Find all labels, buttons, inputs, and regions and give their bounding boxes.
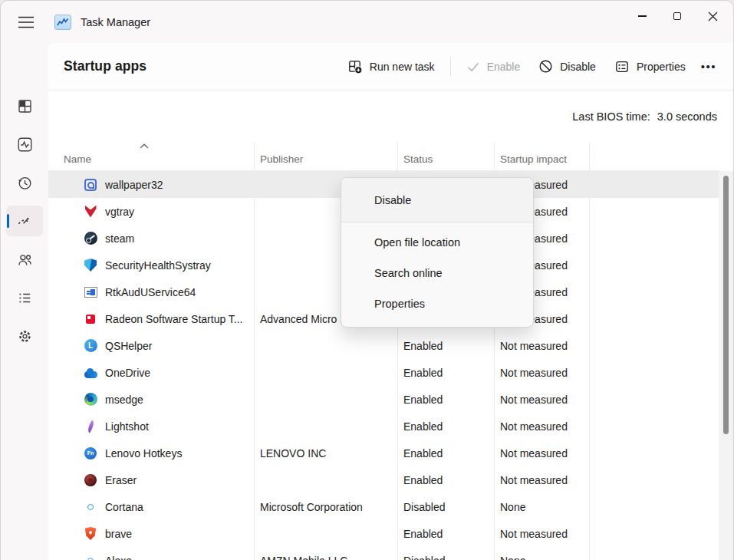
- hamburger-menu-button[interactable]: [15, 11, 38, 34]
- publisher-cell: AMZN Mobile LLC: [254, 555, 397, 560]
- enable-check-icon: [466, 60, 480, 74]
- vertical-scrollbar[interactable]: [719, 171, 733, 560]
- onedrive-icon: [84, 371, 97, 378]
- app-name: Alexa: [105, 555, 132, 560]
- fn-icon: Fn: [84, 447, 97, 460]
- status-cell: Disabled: [397, 501, 494, 513]
- details-icon: [16, 289, 34, 307]
- sidebar: [1, 43, 48, 560]
- menu-item-disable[interactable]: Disable: [341, 178, 533, 222]
- app-name: QSHelper: [105, 340, 152, 352]
- table-row[interactable]: CortanaMicrosoft CorporationDisabledNone: [48, 493, 720, 520]
- table-row[interactable]: msedgeEnabledNot measured: [48, 386, 720, 413]
- app-name-cell: RtkAudUService64: [48, 285, 254, 299]
- processes-icon: [16, 97, 34, 115]
- main-content: Startup apps Run new task Enable: [48, 43, 733, 560]
- sidebar-item-services[interactable]: [6, 321, 43, 351]
- publisher-cell: Microsoft Corporation: [254, 501, 397, 513]
- menu-item-open-file-location[interactable]: Open file location: [341, 227, 533, 258]
- app-name-cell: steam: [48, 232, 254, 245]
- run-new-task-button[interactable]: Run new task: [338, 54, 444, 80]
- page-title: Startup apps: [64, 58, 146, 74]
- column-header-publisher[interactable]: Publisher: [254, 143, 397, 170]
- app-history-icon: [16, 174, 34, 192]
- hamburger-icon: [18, 16, 35, 28]
- impact-cell: Not measured: [494, 340, 589, 352]
- publisher-cell: LENOVO INC: [254, 447, 397, 460]
- scrollbar-thumb[interactable]: [723, 176, 729, 434]
- sidebar-item-performance[interactable]: [6, 129, 43, 160]
- table-row[interactable]: OneDriveEnabledNot measured: [48, 359, 720, 386]
- status-cell: Enabled: [397, 367, 494, 379]
- task-manager-window: Task Manager: [0, 0, 734, 560]
- more-options-button[interactable]: •••: [695, 60, 722, 73]
- impact-cell: Not measured: [494, 420, 589, 433]
- table-header: Name Publisher Status Startup impact: [48, 143, 720, 171]
- table-row[interactable]: braveEnabledNot measured: [48, 520, 720, 547]
- maximize-button[interactable]: [660, 2, 695, 30]
- context-menu: DisableOpen file locationSearch onlinePr…: [341, 177, 534, 328]
- toolbar: Run new task Enable Disable: [338, 54, 733, 80]
- window-title: Task Manager: [81, 16, 150, 28]
- sidebar-item-users[interactable]: [6, 244, 43, 275]
- menu-item-properties[interactable]: Properties: [341, 288, 533, 319]
- startup-apps-icon: [15, 212, 34, 230]
- app-name-cell: Cortana: [48, 500, 254, 514]
- app-name: Radeon Software Startup T...: [105, 313, 243, 325]
- table-row[interactable]: EraserEnabledNot measured: [48, 466, 720, 493]
- status-cell: Enabled: [397, 340, 494, 352]
- sidebar-item-processes[interactable]: [6, 91, 43, 121]
- task-manager-app-icon: [54, 15, 71, 30]
- table-row[interactable]: AlexaAMZN Mobile LLCDisabledNone: [48, 547, 720, 560]
- app-name-cell: brave: [48, 527, 254, 541]
- properties-button[interactable]: Properties: [605, 54, 695, 80]
- ring-icon: [87, 558, 94, 560]
- column-divider: [589, 143, 590, 560]
- enable-button[interactable]: Enable: [457, 54, 530, 79]
- app-name: Lenovo Hotkeys: [105, 447, 182, 460]
- sidebar-item-details[interactable]: [6, 282, 43, 313]
- impact-cell: None: [494, 501, 589, 513]
- steam-icon: [84, 232, 97, 245]
- app-name-cell: LQSHelper: [48, 339, 254, 353]
- last-bios-time: Last BIOS time:3.0 seconds: [572, 110, 717, 123]
- app-name: SecurityHealthSystray: [105, 259, 211, 272]
- status-cell: Enabled: [397, 447, 494, 460]
- app-name-cell: Lightshot: [48, 420, 254, 433]
- properties-icon: [614, 59, 630, 74]
- impact-cell: Not measured: [494, 394, 589, 406]
- app-name: RtkAudUService64: [105, 286, 196, 298]
- sidebar-item-startup-apps[interactable]: [6, 206, 43, 236]
- app-name-cell: Radeon Software Startup T...: [48, 312, 254, 326]
- sidebar-item-app-history[interactable]: [6, 167, 43, 198]
- wallpaper32-icon: [84, 179, 97, 191]
- impact-cell: Not measured: [494, 447, 589, 460]
- users-icon: [16, 251, 34, 268]
- app-name-cell: wallpaper32: [48, 178, 254, 192]
- table-row[interactable]: FnLenovo HotkeysLENOVO INCEnabledNot mea…: [48, 440, 720, 466]
- status-cell: Enabled: [397, 474, 494, 486]
- qshelper-icon: L: [84, 339, 97, 352]
- column-header-impact[interactable]: Startup impact: [494, 143, 589, 170]
- app-name: Eraser: [105, 474, 137, 486]
- vgtray-icon: [85, 206, 97, 218]
- close-button[interactable]: [695, 2, 730, 30]
- app-name-cell: msedge: [48, 393, 254, 407]
- maximize-icon: [673, 12, 682, 21]
- page-header: Startup apps Run new task Enable: [48, 43, 733, 91]
- menu-item-search-online[interactable]: Search online: [341, 258, 533, 288]
- column-header-name[interactable]: Name: [48, 143, 254, 170]
- app-name: Cortana: [105, 501, 143, 513]
- app-name-cell: FnLenovo Hotkeys: [48, 446, 254, 460]
- toolbar-divider: [450, 57, 451, 77]
- table-row[interactable]: LightshotEnabledNot measured: [48, 413, 720, 440]
- realtek-icon: [84, 287, 97, 298]
- impact-cell: Not measured: [494, 474, 589, 486]
- impact-cell: Not measured: [494, 528, 589, 540]
- column-header-status[interactable]: Status: [397, 143, 494, 170]
- performance-icon: [16, 136, 34, 153]
- minimize-button[interactable]: [624, 2, 660, 30]
- table-row[interactable]: LQSHelperEnabledNot measured: [48, 332, 720, 359]
- disable-button[interactable]: Disable: [529, 54, 605, 79]
- app-name: steam: [105, 232, 134, 245]
